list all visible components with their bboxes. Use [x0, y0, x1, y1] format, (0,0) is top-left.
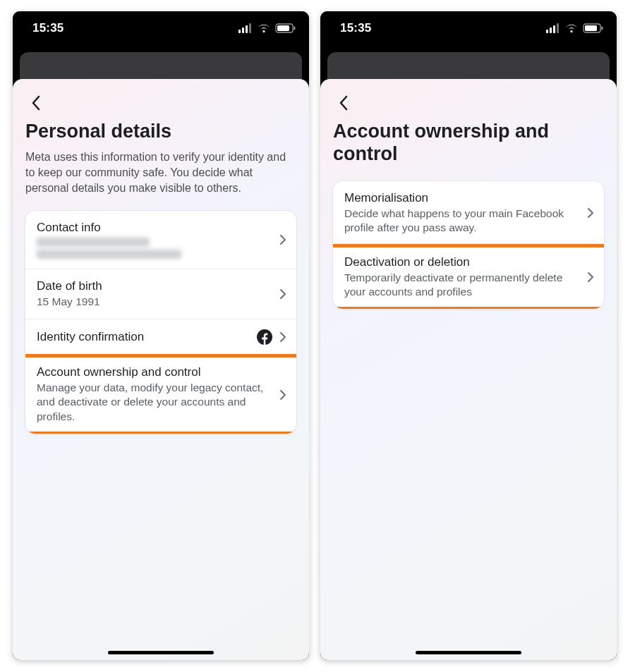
row-subtitle: Temporarily deactivate or permanently de…: [344, 271, 580, 299]
row-title: Memorialisation: [344, 191, 580, 205]
status-time: 15:35: [340, 21, 371, 35]
cellular-icon: [546, 23, 560, 33]
svg-rect-10: [553, 25, 555, 33]
row-title: Identity confirmation: [37, 330, 250, 344]
page-title: Account ownership and control: [333, 120, 604, 166]
row-subtitle: Manage your data, modify your legacy con…: [37, 381, 272, 423]
page-title: Personal details: [25, 120, 296, 142]
sheet-account-ownership: Account ownership and control Memorialis…: [320, 79, 617, 660]
battery-icon: [583, 23, 604, 33]
chevron-right-icon: [279, 234, 286, 245]
row-date-of-birth[interactable]: Date of birth 15 May 1991: [25, 269, 296, 319]
wifi-icon: [564, 23, 579, 33]
svg-rect-11: [557, 23, 559, 33]
back-button[interactable]: [333, 93, 354, 114]
chevron-right-icon: [279, 288, 286, 300]
svg-rect-8: [546, 30, 548, 33]
row-account-ownership[interactable]: Account ownership and control Manage you…: [25, 355, 296, 433]
details-card: Contact info Date of birth 15 May 1991: [25, 211, 296, 434]
row-contact-info[interactable]: Contact info: [25, 211, 296, 269]
status-icons: [238, 23, 296, 33]
home-indicator[interactable]: [108, 651, 214, 654]
phone-left: 15:35 Personal details Meta uses this in: [13, 11, 309, 660]
row-subtitle: Decide what happens to your main Faceboo…: [344, 207, 580, 235]
back-button[interactable]: [25, 93, 47, 114]
chevron-right-icon: [279, 331, 286, 343]
row-title: Account ownership and control: [37, 365, 272, 379]
svg-rect-6: [294, 27, 295, 30]
chevron-right-icon: [279, 389, 286, 401]
row-deactivation-or-deletion[interactable]: Deactivation or deletion Temporarily dea…: [333, 245, 604, 309]
chevron-right-icon: [587, 271, 594, 283]
facebook-icon: [257, 329, 272, 345]
row-title: Deactivation or deletion: [344, 255, 580, 269]
row-title: Contact info: [37, 221, 272, 235]
chevron-right-icon: [587, 207, 594, 219]
redacted-text: [37, 238, 150, 247]
status-icons: [546, 23, 604, 33]
row-identity-confirmation[interactable]: Identity confirmation: [25, 319, 296, 355]
wifi-icon: [257, 23, 271, 33]
svg-rect-1: [242, 28, 244, 33]
svg-rect-13: [585, 25, 597, 31]
sheet-personal-details: Personal details Meta uses this informat…: [13, 79, 309, 660]
status-bar: 15:35: [320, 11, 617, 45]
cellular-icon: [238, 23, 253, 33]
status-bar: 15:35: [13, 11, 309, 45]
phone-right: 15:35 Account ownership and control: [320, 11, 617, 660]
page-description: Meta uses this information to verify you…: [25, 149, 296, 195]
row-title: Date of birth: [37, 279, 272, 293]
home-indicator[interactable]: [416, 651, 521, 654]
ownership-card: Memorialisation Decide what happens to y…: [333, 181, 604, 310]
chevron-left-icon: [339, 95, 349, 113]
svg-rect-9: [550, 28, 552, 33]
chevron-left-icon: [31, 95, 41, 113]
status-time: 15:35: [32, 21, 64, 35]
svg-rect-5: [277, 25, 289, 31]
row-memorialisation[interactable]: Memorialisation Decide what happens to y…: [333, 181, 604, 245]
row-subtitle: 15 May 1991: [37, 295, 272, 309]
svg-rect-3: [249, 23, 251, 33]
battery-icon: [275, 23, 296, 33]
svg-rect-14: [601, 27, 603, 30]
redacted-text: [37, 250, 181, 259]
svg-rect-2: [246, 25, 248, 33]
svg-rect-0: [238, 30, 241, 33]
